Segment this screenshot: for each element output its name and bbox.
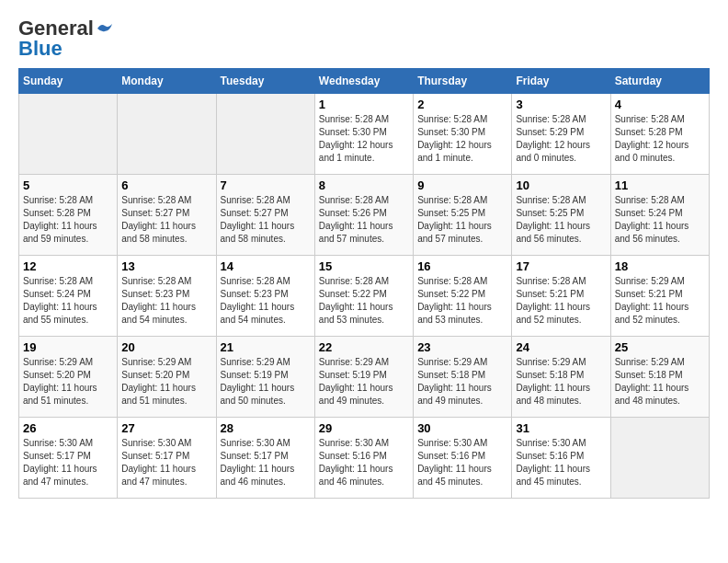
day-info: Sunrise: 5:29 AM Sunset: 5:18 PM Dayligh… — [516, 356, 606, 408]
day-number: 20 — [121, 340, 211, 354]
day-info: Sunrise: 5:28 AM Sunset: 5:24 PM Dayligh… — [615, 194, 705, 246]
day-info: Sunrise: 5:29 AM Sunset: 5:21 PM Dayligh… — [615, 275, 705, 327]
day-info: Sunrise: 5:28 AM Sunset: 5:25 PM Dayligh… — [417, 194, 507, 246]
calendar-cell: 25Sunrise: 5:29 AM Sunset: 5:18 PM Dayli… — [610, 337, 709, 418]
calendar-cell: 21Sunrise: 5:29 AM Sunset: 5:19 PM Dayli… — [216, 337, 314, 418]
day-info: Sunrise: 5:28 AM Sunset: 5:25 PM Dayligh… — [516, 194, 606, 246]
calendar-header-row: SundayMondayTuesdayWednesdayThursdayFrid… — [19, 69, 710, 94]
calendar-week-row: 19Sunrise: 5:29 AM Sunset: 5:20 PM Dayli… — [19, 337, 710, 418]
calendar-cell — [19, 94, 118, 175]
day-info: Sunrise: 5:28 AM Sunset: 5:29 PM Dayligh… — [516, 113, 606, 165]
calendar-cell: 7Sunrise: 5:28 AM Sunset: 5:27 PM Daylig… — [216, 175, 314, 256]
calendar-cell — [118, 94, 216, 175]
calendar-cell: 3Sunrise: 5:28 AM Sunset: 5:29 PM Daylig… — [512, 94, 610, 175]
day-info: Sunrise: 5:29 AM Sunset: 5:20 PM Dayligh… — [23, 356, 113, 408]
calendar-week-row: 12Sunrise: 5:28 AM Sunset: 5:24 PM Dayli… — [19, 256, 710, 337]
day-number: 28 — [221, 421, 311, 435]
day-info: Sunrise: 5:29 AM Sunset: 5:18 PM Dayligh… — [417, 356, 507, 408]
day-number: 30 — [417, 421, 507, 435]
day-info: Sunrise: 5:30 AM Sunset: 5:16 PM Dayligh… — [417, 437, 507, 488]
day-info: Sunrise: 5:30 AM Sunset: 5:17 PM Dayligh… — [221, 437, 311, 488]
day-info: Sunrise: 5:30 AM Sunset: 5:17 PM Dayligh… — [121, 437, 211, 488]
calendar-cell: 5Sunrise: 5:28 AM Sunset: 5:28 PM Daylig… — [19, 175, 118, 256]
calendar-cell: 15Sunrise: 5:28 AM Sunset: 5:22 PM Dayli… — [314, 256, 413, 337]
day-number: 7 — [221, 178, 311, 192]
calendar-cell: 14Sunrise: 5:28 AM Sunset: 5:23 PM Dayli… — [216, 256, 314, 337]
day-info: Sunrise: 5:29 AM Sunset: 5:19 PM Dayligh… — [319, 356, 409, 408]
day-number: 11 — [615, 178, 705, 192]
day-number: 3 — [516, 98, 606, 111]
calendar-cell: 9Sunrise: 5:28 AM Sunset: 5:25 PM Daylig… — [414, 175, 512, 256]
calendar-cell: 23Sunrise: 5:29 AM Sunset: 5:18 PM Dayli… — [414, 337, 512, 418]
day-of-week-header: Monday — [118, 69, 216, 94]
day-info: Sunrise: 5:28 AM Sunset: 5:27 PM Dayligh… — [221, 194, 311, 246]
calendar-week-row: 1Sunrise: 5:28 AM Sunset: 5:30 PM Daylig… — [19, 94, 710, 175]
day-number: 17 — [516, 259, 606, 273]
calendar-cell: 8Sunrise: 5:28 AM Sunset: 5:26 PM Daylig… — [314, 175, 413, 256]
day-info: Sunrise: 5:28 AM Sunset: 5:21 PM Dayligh… — [516, 275, 606, 327]
day-number: 1 — [319, 98, 409, 111]
day-of-week-header: Sunday — [19, 69, 118, 94]
calendar-cell: 10Sunrise: 5:28 AM Sunset: 5:25 PM Dayli… — [512, 175, 610, 256]
calendar-week-row: 5Sunrise: 5:28 AM Sunset: 5:28 PM Daylig… — [19, 175, 710, 256]
calendar-cell: 31Sunrise: 5:30 AM Sunset: 5:16 PM Dayli… — [512, 418, 610, 499]
calendar-cell: 26Sunrise: 5:30 AM Sunset: 5:17 PM Dayli… — [19, 418, 118, 499]
day-number: 18 — [615, 259, 705, 273]
day-number: 26 — [23, 421, 113, 435]
calendar-cell: 28Sunrise: 5:30 AM Sunset: 5:17 PM Dayli… — [216, 418, 314, 499]
calendar-cell: 29Sunrise: 5:30 AM Sunset: 5:16 PM Dayli… — [314, 418, 413, 499]
day-of-week-header: Thursday — [414, 69, 512, 94]
day-number: 16 — [417, 259, 507, 273]
day-number: 12 — [23, 259, 113, 273]
day-number: 31 — [516, 421, 606, 435]
calendar-cell — [610, 418, 709, 499]
day-info: Sunrise: 5:28 AM Sunset: 5:22 PM Dayligh… — [417, 275, 507, 327]
logo: General Blue — [18, 18, 114, 59]
calendar-cell: 4Sunrise: 5:28 AM Sunset: 5:28 PM Daylig… — [610, 94, 709, 175]
logo-bird-icon — [96, 21, 114, 36]
day-number: 2 — [417, 98, 507, 111]
calendar-cell: 6Sunrise: 5:28 AM Sunset: 5:27 PM Daylig… — [118, 175, 216, 256]
day-info: Sunrise: 5:30 AM Sunset: 5:16 PM Dayligh… — [319, 437, 409, 488]
day-number: 27 — [121, 421, 211, 435]
day-info: Sunrise: 5:28 AM Sunset: 5:24 PM Dayligh… — [23, 275, 113, 327]
day-info: Sunrise: 5:30 AM Sunset: 5:17 PM Dayligh… — [23, 437, 113, 488]
calendar-cell: 18Sunrise: 5:29 AM Sunset: 5:21 PM Dayli… — [610, 256, 709, 337]
day-number: 13 — [121, 259, 211, 273]
day-number: 22 — [319, 340, 409, 354]
day-number: 6 — [121, 178, 211, 192]
day-info: Sunrise: 5:28 AM Sunset: 5:26 PM Dayligh… — [319, 194, 409, 246]
day-number: 9 — [417, 178, 507, 192]
day-info: Sunrise: 5:29 AM Sunset: 5:19 PM Dayligh… — [221, 356, 311, 408]
day-number: 19 — [23, 340, 113, 354]
calendar-cell: 27Sunrise: 5:30 AM Sunset: 5:17 PM Dayli… — [118, 418, 216, 499]
day-number: 15 — [319, 259, 409, 273]
page-header: General Blue — [18, 18, 710, 59]
day-info: Sunrise: 5:29 AM Sunset: 5:18 PM Dayligh… — [615, 356, 705, 408]
calendar-cell: 1Sunrise: 5:28 AM Sunset: 5:30 PM Daylig… — [314, 94, 413, 175]
calendar-cell: 12Sunrise: 5:28 AM Sunset: 5:24 PM Dayli… — [19, 256, 118, 337]
calendar-cell: 22Sunrise: 5:29 AM Sunset: 5:19 PM Dayli… — [314, 337, 413, 418]
day-number: 25 — [615, 340, 705, 354]
day-number: 29 — [319, 421, 409, 435]
day-of-week-header: Friday — [512, 69, 610, 94]
calendar-cell: 11Sunrise: 5:28 AM Sunset: 5:24 PM Dayli… — [610, 175, 709, 256]
day-number: 4 — [615, 98, 705, 111]
calendar-table: SundayMondayTuesdayWednesdayThursdayFrid… — [18, 68, 710, 499]
calendar-cell: 20Sunrise: 5:29 AM Sunset: 5:20 PM Dayli… — [118, 337, 216, 418]
logo-text: General — [18, 18, 94, 39]
day-info: Sunrise: 5:28 AM Sunset: 5:28 PM Dayligh… — [23, 194, 113, 246]
day-info: Sunrise: 5:28 AM Sunset: 5:23 PM Dayligh… — [221, 275, 311, 327]
day-number: 24 — [516, 340, 606, 354]
calendar-cell: 16Sunrise: 5:28 AM Sunset: 5:22 PM Dayli… — [414, 256, 512, 337]
day-of-week-header: Wednesday — [314, 69, 413, 94]
calendar-cell: 30Sunrise: 5:30 AM Sunset: 5:16 PM Dayli… — [414, 418, 512, 499]
day-number: 8 — [319, 178, 409, 192]
day-number: 14 — [221, 259, 311, 273]
day-number: 23 — [417, 340, 507, 354]
day-info: Sunrise: 5:28 AM Sunset: 5:23 PM Dayligh… — [121, 275, 211, 327]
day-info: Sunrise: 5:28 AM Sunset: 5:28 PM Dayligh… — [615, 113, 705, 165]
day-info: Sunrise: 5:28 AM Sunset: 5:30 PM Dayligh… — [319, 113, 409, 165]
logo-blue-text: Blue — [18, 39, 63, 59]
day-of-week-header: Saturday — [610, 69, 709, 94]
